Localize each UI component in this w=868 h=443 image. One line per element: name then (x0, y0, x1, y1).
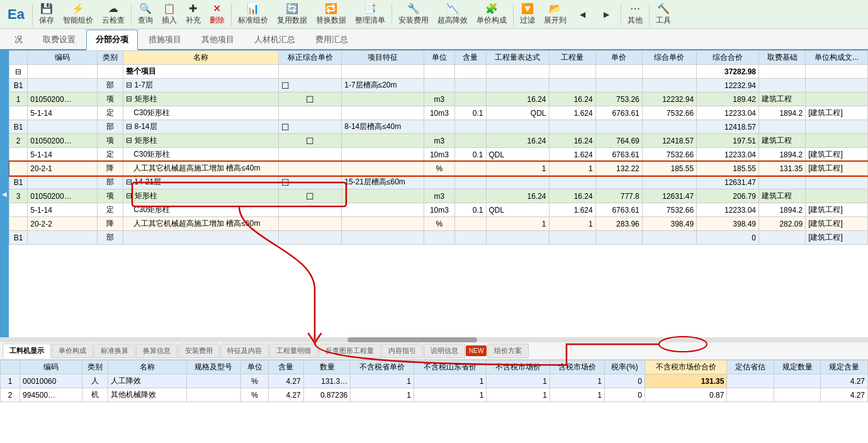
table-row[interactable]: 1 01050200… 项 ⊟ 矩形柱 ☐ m3 16.24 16.24 753… (9, 93, 868, 106)
row-hanliang: 0.1 (455, 148, 486, 162)
delete-icon: ✕ (213, 3, 221, 14)
delete-button[interactable]: ✕ 删除 (206, 1, 228, 27)
lrow-buhanshuishichang: 1 (487, 388, 550, 402)
lower-table-row[interactable]: 1 00010060 人 人工降效 % 4.27 131.3… 1 1 1 1 … (1, 374, 868, 388)
row-expand[interactable]: B1 (9, 231, 28, 245)
std-group-button[interactable]: 📊 标准组价 (234, 1, 272, 27)
table-row[interactable]: B1 部 ⊟ 8-14层 ☐ 8-14层槽高≤40m 12418.57 (9, 120, 868, 134)
row-biaodashi: QDL (486, 148, 549, 162)
row-bianma: 5-1-14 (28, 148, 98, 162)
row-danwei: % (424, 162, 454, 176)
row-xiangmu (342, 93, 424, 106)
supplement-button[interactable]: ✚ 补充 (182, 1, 205, 27)
row-expand[interactable]: B1 (9, 120, 28, 134)
row-biaodashi: QDL (486, 203, 549, 217)
save-button[interactable]: 💾 保存 (35, 1, 58, 27)
row-hanliang: 0.1 (455, 203, 486, 217)
tab-neirong[interactable]: 内容指引 (381, 344, 423, 358)
table-row[interactable]: 3 01050200… 项 ⊟ 矩形柱 ☐ m3 16.24 16.24 777… (9, 189, 868, 203)
tab-rencai[interactable]: 人材机汇总 (245, 30, 305, 49)
collapse-panel[interactable]: ◀ (0, 50, 9, 337)
minus-icon-3: ⊟ (126, 94, 134, 103)
lower-table-row[interactable]: 2 994500… 机 其他机械降效 % 4.27 0.87236 1 1 1 … (1, 388, 868, 402)
lrow-buhanshuishichang: 1 (487, 374, 550, 388)
upper-table-area[interactable]: ◀ 编码 类别 名称 标正综合单价 项目特征 单位 含量 工程量表达式 工程量 (0, 50, 868, 337)
replace-data-button[interactable]: 🔁 替换数据 (312, 1, 350, 27)
tab-fanchatu[interactable]: 反查图形工程量 (318, 344, 381, 358)
row-expand[interactable]: ⊟ (9, 65, 28, 79)
row-zonghedanjia: 7532.66 (642, 148, 696, 162)
row-mingcheng: ⊟ 矩形柱 (123, 189, 279, 203)
table-row[interactable]: 20-2-2 降 人工其它机械超高施工增加 槽高≤60m % 1 1 283.9… (9, 217, 868, 231)
scrollbar-thumb[interactable] (347, 337, 478, 342)
expand-label: 展开到 (544, 15, 566, 26)
row-num (9, 203, 28, 217)
prev-button[interactable]: ◀ (572, 9, 594, 20)
tab-anzhuang[interactable]: 安装费用 (178, 344, 220, 358)
filter-button[interactable]: 🔽 过滤 (516, 1, 539, 27)
table-row[interactable]: 5-1-14 定 C30矩形柱 10m3 0.1 QDL 1.624 6763.… (9, 148, 868, 162)
horizontal-scrollbar[interactable] (0, 337, 868, 342)
tab-gongliang-mingxi[interactable]: 工程量明细 (269, 344, 318, 358)
row-zonghedanjia: 12631.47 (642, 189, 696, 203)
row-mingcheng: 人工其它机械超高施工增加 槽高≤40m (123, 162, 279, 176)
tab-tezheng[interactable]: 特征及内容 (220, 344, 269, 358)
table-row[interactable]: 2 01050200… 项 ⊟ 矩形柱 ☐ m3 16.24 16.24 764… (9, 134, 868, 148)
tab-danjia[interactable]: 单价构成 (52, 344, 93, 358)
table-row[interactable]: 5-1-14 定 C30矩形柱 10m3 0.1 QDL 1.624 6763.… (9, 203, 868, 217)
col-zongheheji: 综合合价 (697, 51, 759, 65)
next-button[interactable]: ▶ (595, 9, 618, 20)
lower-table-area[interactable]: 编码 类别 名称 规格及型号 单位 含量 数量 不含税省单价 不含税山东省价 不… (0, 360, 868, 443)
tab-kuang[interactable]: 况 (5, 30, 32, 49)
row-leibie (98, 65, 123, 79)
tab-fenbu[interactable]: 分部分项 (86, 30, 138, 50)
cloud-check-button[interactable]: ☁ 云检查 (98, 1, 128, 27)
row-zonghedanjia (642, 65, 696, 79)
tab-cuoshi[interactable]: 措施项目 (139, 30, 191, 49)
insert-button[interactable]: 📋 插入 (158, 1, 181, 27)
smart-group-button[interactable]: ⚡ 智能组价 (59, 1, 97, 27)
others-button[interactable]: ⋯ 其他 (624, 1, 646, 27)
row-expand[interactable]: B1 (9, 176, 28, 189)
col-danweichengwen: 单位构成文... (806, 51, 868, 65)
row-hanliang (455, 217, 486, 231)
tab-qita[interactable]: 其他项目 (192, 30, 244, 49)
row-mingcheng (123, 231, 279, 245)
clean-list-button[interactable]: 📑 整理清单 (351, 1, 389, 27)
tab-qufei[interactable]: 取费设置 (33, 30, 85, 49)
table-row-highlighted[interactable]: 20-2-1 降 人工其它机械超高施工增加 槽高≤40m % 1 1 132.2… (9, 162, 868, 176)
query-button[interactable]: 🔍 查询 (134, 1, 157, 27)
unit-compose-button[interactable]: 🧩 单价构成 (473, 1, 510, 27)
tab-zujia[interactable]: 组价方案 (487, 344, 529, 358)
super-high-button[interactable]: 📉 超高降效 (434, 1, 471, 27)
lrow-buhanshuishengdan: 1 (351, 374, 414, 388)
table-row[interactable]: B1 部 0 [建筑工程] (9, 231, 868, 245)
row-hanliang (455, 120, 486, 134)
row-biaodashi (486, 231, 549, 245)
row-gongliang: 16.24 (549, 134, 595, 148)
lcol-buhanshuishengdan: 不含税省单价 (351, 361, 414, 374)
table-row[interactable]: 5-1-14 定 C30矩形柱 10m3 0.1 QDL 1.624 6763.… (9, 106, 868, 120)
tab-huansuan[interactable]: 换算信息 (136, 344, 178, 358)
row-expand[interactable]: B1 (9, 79, 28, 93)
row-biaodashi (486, 79, 549, 93)
col-biaozheng: 标正综合单价 (279, 51, 342, 65)
row-leibie: 定 (98, 106, 123, 120)
tab-biaozhun[interactable]: 标准换算 (94, 344, 135, 358)
lrow-guidinghanliang: 4.27 (821, 388, 868, 402)
col-biaodashi: 工程量表达式 (486, 51, 549, 65)
minus-icon-4: ⊟ (126, 122, 134, 131)
minus-icon-7: ⊟ (126, 191, 134, 200)
row-biaozheng (279, 65, 342, 79)
expand-to-button[interactable]: 📂 展开到 (540, 1, 570, 27)
install-fee-button[interactable]: 🔧 安装费用 (395, 1, 432, 27)
tab-shuoming[interactable]: 说明信息 (424, 344, 465, 358)
tab-gongliaoji[interactable]: 工料机显示 (3, 344, 51, 358)
table-row[interactable]: B1 部 ⊟ 1-7层 ☐ 1-7层槽高≤20m 12232.94 (9, 79, 868, 93)
tools-button[interactable]: 🔨 工具 (652, 1, 675, 27)
row-num (9, 106, 28, 120)
tab-feiyong[interactable]: 费用汇总 (306, 30, 358, 49)
table-row[interactable]: B1 部 ⊟ 14-21层 ☐ 15-21层槽高≤60m 12631.47 (9, 176, 868, 189)
reuse-data-button[interactable]: 🔄 复用数据 (273, 1, 311, 27)
table-row[interactable]: ⊟ 整个项目 37282.98 (9, 65, 868, 79)
